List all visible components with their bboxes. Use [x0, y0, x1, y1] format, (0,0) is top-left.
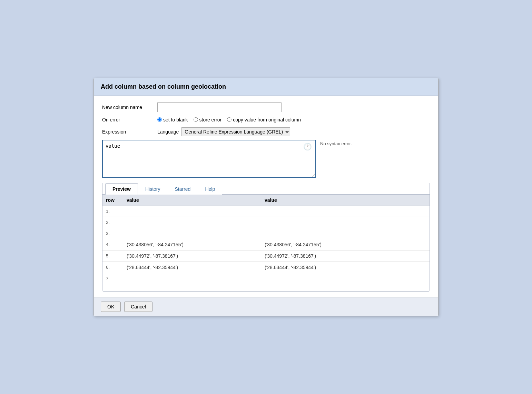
cell-value-input — [123, 228, 261, 239]
cell-row: 3. — [102, 228, 123, 239]
expression-textarea[interactable]: value — [102, 140, 316, 178]
cell-value-output: ('30.44972', '-87.38167') — [261, 250, 430, 262]
radio-copy-value-label: copy value from original column — [233, 117, 301, 122]
cell-row: 4. — [102, 239, 123, 250]
table-header-row: row value value — [102, 195, 430, 206]
cell-value-input: ('30.44972', '-87.38167') — [123, 250, 261, 262]
radio-store-error-label: store error — [199, 117, 222, 122]
cell-value-input — [123, 206, 261, 217]
radio-copy-value-input[interactable] — [227, 117, 231, 122]
on-error-label: On error — [102, 117, 157, 122]
new-column-name-input[interactable] — [157, 102, 282, 112]
language-select[interactable]: General Refine Expression Language (GREL… — [181, 127, 290, 136]
col-value-input: value — [123, 195, 261, 206]
cell-value-output — [261, 228, 430, 239]
preview-table: row value value 1. 2. 3. 4. ('30.438056'… — [102, 195, 430, 284]
preview-table-scroll[interactable]: row value value 1. 2. 3. 4. ('30.438056'… — [102, 195, 430, 291]
dialog-header: Add column based on column geolocation — [94, 78, 438, 96]
dialog: Add column based on column geolocation N… — [93, 78, 439, 316]
cell-row: 7 — [102, 273, 123, 284]
table-row: 7 — [102, 273, 430, 284]
cancel-button[interactable]: Cancel — [124, 302, 152, 312]
cell-row: 5. — [102, 250, 123, 262]
preview-tbody: 1. 2. 3. 4. ('30.438056', '-84.247155') … — [102, 206, 430, 284]
expression-language-row: Expression Language General Refine Expre… — [102, 127, 430, 136]
tab-history[interactable]: History — [138, 183, 168, 195]
cell-value-output — [261, 273, 430, 284]
dialog-title: Add column based on column geolocation — [101, 83, 431, 90]
cell-row: 1. — [102, 206, 123, 217]
tabs-container: Preview History Starred Help row value v… — [102, 183, 430, 292]
table-row: 6. ('28.63444', '-82.35944') ('28.63444'… — [102, 262, 430, 273]
cell-value-output — [261, 217, 430, 228]
expression-label: Expression — [102, 129, 157, 135]
new-column-name-row: New column name — [102, 102, 430, 112]
expression-area-container: value 🕐 No syntax error. — [102, 140, 430, 179]
tab-starred[interactable]: Starred — [168, 183, 198, 195]
cell-value-input — [123, 217, 261, 228]
preview-table-wrapper: row value value 1. 2. 3. 4. ('30.438056'… — [102, 195, 430, 291]
col-row: row — [102, 195, 123, 206]
clock-icon[interactable]: 🕐 — [303, 142, 312, 151]
radio-copy-value[interactable]: copy value from original column — [227, 117, 301, 122]
col-value-output: value — [261, 195, 430, 206]
on-error-radio-group: set to blank store error copy value from… — [157, 117, 301, 122]
ok-button[interactable]: OK — [101, 302, 121, 312]
tab-bar: Preview History Starred Help — [102, 183, 430, 195]
radio-set-to-blank-input[interactable] — [157, 117, 162, 122]
tab-preview[interactable]: Preview — [105, 183, 138, 195]
dialog-footer: OK Cancel — [94, 297, 438, 316]
radio-set-to-blank[interactable]: set to blank — [157, 117, 188, 122]
dialog-body: New column name On error set to blank st… — [94, 96, 438, 297]
table-row: 3. — [102, 228, 430, 239]
table-row: 1. — [102, 206, 430, 217]
table-row: 2. — [102, 217, 430, 228]
cell-value-input: ('28.63444', '-82.35944') — [123, 262, 261, 273]
radio-store-error-input[interactable] — [194, 117, 198, 122]
cell-value-output: ('28.63444', '-82.35944') — [261, 262, 430, 273]
new-column-name-label: New column name — [102, 105, 157, 110]
on-error-row: On error set to blank store error copy v… — [102, 117, 430, 122]
radio-store-error[interactable]: store error — [194, 117, 222, 122]
cell-row: 2. — [102, 217, 123, 228]
table-row: 5. ('30.44972', '-87.38167') ('30.44972'… — [102, 250, 430, 262]
table-row: 4. ('30.438056', '-84.247155') ('30.4380… — [102, 239, 430, 250]
cell-row: 6. — [102, 262, 123, 273]
syntax-status: No syntax error. — [320, 140, 375, 146]
language-label: Language — [157, 129, 179, 135]
tab-help[interactable]: Help — [198, 183, 222, 195]
radio-set-to-blank-label: set to blank — [163, 117, 188, 122]
cell-value-output — [261, 206, 430, 217]
cell-value-input: ('30.438056', '-84.247155') — [123, 239, 261, 250]
cell-value-input — [123, 273, 261, 284]
cell-value-output: ('30.438056', '-84.247155') — [261, 239, 430, 250]
